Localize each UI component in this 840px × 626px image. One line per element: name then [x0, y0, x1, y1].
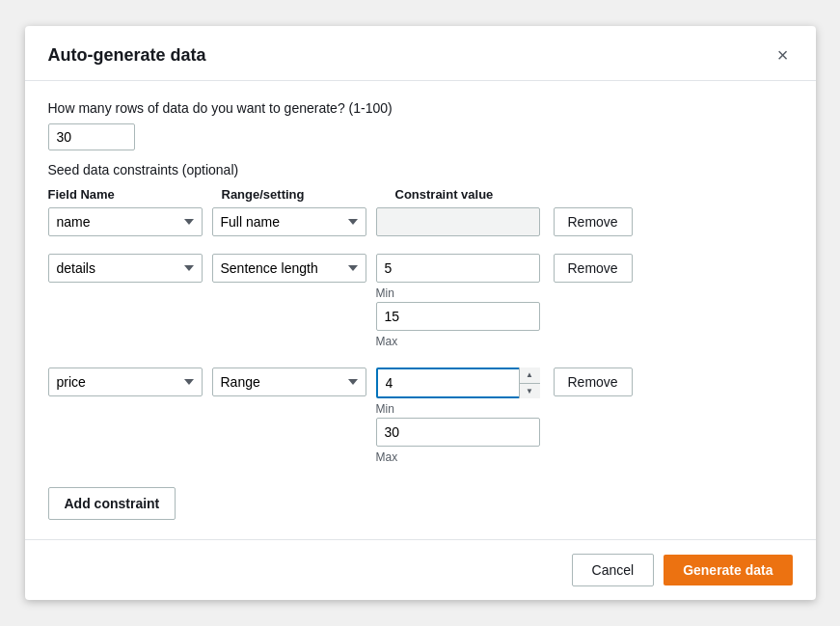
field-select-2[interactable]: name details price	[48, 254, 203, 283]
add-constraint-button[interactable]: Add constraint	[48, 487, 176, 520]
remove-button-3[interactable]: Remove	[554, 367, 633, 396]
max-label-3: Max	[376, 450, 540, 464]
constraint-input-1[interactable]	[376, 207, 540, 236]
modal-overlay: Auto-generate data × How many rows of da…	[0, 0, 840, 626]
constraint-input-3-max[interactable]	[376, 418, 540, 447]
modal-footer: Cancel Generate data	[25, 539, 816, 600]
field-name-header: Field Name	[48, 187, 212, 202]
min-label-2: Min	[376, 286, 540, 300]
constraint-input-2-min[interactable]	[376, 254, 540, 283]
constraint-value-box-1	[376, 207, 540, 236]
constraint-input-3-min[interactable]	[376, 367, 540, 398]
modal-title: Auto-generate data	[48, 45, 206, 66]
generate-button[interactable]: Generate data	[664, 555, 792, 585]
constraint-value-box-3: ▲ ▼ Min Max	[376, 367, 540, 466]
spinner-up-button[interactable]: ▲	[520, 367, 540, 384]
constraint-value-box-2: Min Max	[376, 254, 540, 350]
rows-question: How many rows of data do you want to gen…	[48, 100, 793, 116]
spinner-wrap-min: ▲ ▼	[376, 367, 540, 398]
modal-body: How many rows of data do you want to gen…	[25, 81, 816, 539]
seed-label: Seed data constraints (optional)	[48, 162, 793, 177]
modal: Auto-generate data × How many rows of da…	[25, 26, 816, 600]
columns-header: Field Name Range/setting Constraint valu…	[48, 187, 793, 202]
range-select-3[interactable]: Range	[212, 367, 366, 396]
spinner-buttons: ▲ ▼	[519, 367, 540, 398]
constraint-row-2: name details price Sentence length Min M…	[48, 254, 793, 350]
range-header: Range/setting	[222, 187, 386, 202]
rows-input[interactable]	[48, 123, 135, 150]
modal-header: Auto-generate data ×	[25, 26, 816, 81]
range-select-1[interactable]: Full name	[212, 207, 366, 236]
field-select-1[interactable]: name details price	[48, 207, 203, 236]
constraint-header: Constraint value	[395, 187, 569, 202]
constraint-row-1: name details price Full name Remove	[48, 207, 793, 236]
spinner-down-button[interactable]: ▼	[520, 384, 540, 399]
close-button[interactable]: ×	[773, 43, 793, 67]
min-label-3: Min	[376, 402, 540, 416]
constraint-input-2-max[interactable]	[376, 302, 540, 331]
cancel-button[interactable]: Cancel	[572, 554, 655, 586]
max-label-2: Max	[376, 335, 540, 348]
constraint-row-3: name details price Range ▲ ▼ Min	[48, 367, 793, 466]
remove-button-2[interactable]: Remove	[554, 254, 633, 283]
range-select-2[interactable]: Sentence length	[212, 254, 366, 283]
field-select-3[interactable]: name details price	[48, 367, 203, 396]
remove-button-1[interactable]: Remove	[554, 207, 633, 236]
